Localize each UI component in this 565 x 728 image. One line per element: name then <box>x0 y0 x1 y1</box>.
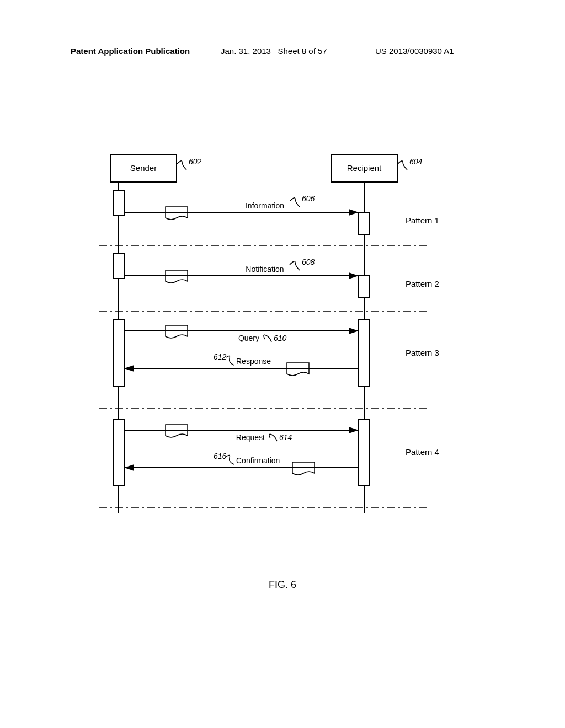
ref-squiggle-614 <box>269 434 277 441</box>
p2-label-notification: Notification <box>246 265 284 274</box>
p3-label-response: Response <box>236 357 271 366</box>
p2-recipient-activation <box>359 276 370 298</box>
recipient-label: Recipient <box>347 163 382 173</box>
sequence-diagram: Sender 602 Recipient 604 Information 606… <box>99 154 486 518</box>
ref-610: 610 <box>274 334 287 342</box>
p4-name: Pattern 4 <box>406 447 439 457</box>
p4-sender-activation <box>113 419 124 485</box>
p4-label-request: Request <box>236 433 265 442</box>
ref-616: 616 <box>214 452 227 461</box>
p1-label-information: Information <box>246 201 284 210</box>
ref-604: 604 <box>409 157 423 166</box>
ref-606: 606 <box>302 194 315 203</box>
ref-614: 614 <box>279 433 292 442</box>
header-publication: Patent Application Publication <box>71 46 190 56</box>
p3-sender-activation <box>113 320 124 386</box>
p4-recipient-activation <box>359 419 370 485</box>
ref-squiggle-604 <box>397 161 407 170</box>
p2-doc-icon <box>166 270 188 283</box>
ref-squiggle-606 <box>290 198 300 207</box>
p3-recipient-activation <box>359 320 370 386</box>
ref-608: 608 <box>302 258 315 266</box>
sender-label: Sender <box>130 163 157 173</box>
p2-name: Pattern 2 <box>406 279 439 288</box>
ref-squiggle-610 <box>264 335 271 342</box>
ref-squiggle-616 <box>226 455 234 464</box>
header-date-sheet: Jan. 31, 2013 Sheet 8 of 57 <box>221 46 327 56</box>
p3-name: Pattern 3 <box>406 348 439 357</box>
p2-sender-activation <box>113 254 124 279</box>
p4-doc-icon-confirmation <box>292 462 315 475</box>
p3-label-query: Query <box>238 334 259 342</box>
p1-recipient-activation <box>359 212 370 234</box>
p1-name: Pattern 1 <box>406 216 439 225</box>
p4-doc-icon-request <box>166 425 188 437</box>
ref-squiggle-602 <box>177 161 186 170</box>
p3-doc-icon-query <box>166 325 188 338</box>
p3-doc-icon-response <box>287 363 309 376</box>
ref-612: 612 <box>214 352 227 361</box>
ref-602: 602 <box>189 157 202 166</box>
header-pubnum: US 2013/0030930 A1 <box>375 46 454 56</box>
ref-squiggle-612 <box>226 356 234 365</box>
p1-doc-icon <box>166 207 188 220</box>
p4-label-confirmation: Confirmation <box>236 456 280 465</box>
p1-sender-activation <box>113 190 124 215</box>
ref-squiggle-608 <box>290 261 300 270</box>
figure-caption: FIG. 6 <box>0 579 565 591</box>
